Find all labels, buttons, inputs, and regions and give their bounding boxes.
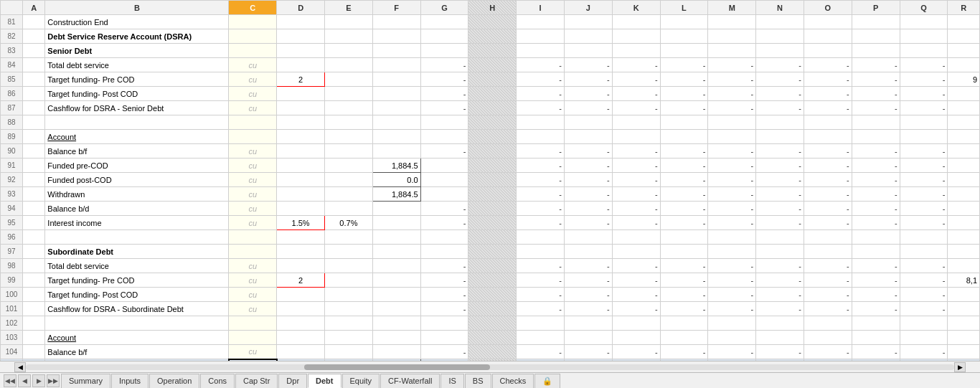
col-j-header[interactable]: J bbox=[564, 1, 612, 15]
cell-l101[interactable]: - bbox=[660, 302, 708, 316]
cell-n98[interactable]: - bbox=[756, 259, 804, 273]
cell-e87[interactable] bbox=[325, 101, 373, 115]
cell-d86[interactable] bbox=[277, 87, 325, 101]
cell-c94[interactable]: cu bbox=[229, 202, 277, 216]
cell-k101[interactable]: - bbox=[612, 302, 660, 316]
cell-m104[interactable]: - bbox=[708, 345, 756, 359]
horizontal-scrollbar[interactable]: ◀ ▶ bbox=[0, 361, 980, 372]
cell-d85[interactable]: 2 bbox=[277, 72, 325, 87]
cell-o91[interactable]: - bbox=[804, 158, 852, 173]
cell-d95[interactable]: 1.5% bbox=[277, 216, 325, 230]
cell-p103[interactable] bbox=[852, 331, 900, 345]
cell-m83[interactable] bbox=[708, 44, 756, 58]
cell-f99[interactable] bbox=[372, 273, 420, 288]
cell-g94[interactable]: - bbox=[420, 202, 468, 216]
cell-o82[interactable] bbox=[804, 29, 852, 44]
cell-g83[interactable] bbox=[420, 44, 468, 58]
cell-i97[interactable] bbox=[517, 245, 565, 259]
cell-k89[interactable] bbox=[612, 130, 660, 144]
cell-d104[interactable] bbox=[277, 345, 325, 359]
cell-g90[interactable]: - bbox=[420, 144, 468, 158]
cell-c90[interactable]: cu bbox=[229, 144, 277, 158]
cell-q94[interactable]: - bbox=[900, 202, 948, 216]
cell-k95[interactable]: - bbox=[612, 216, 660, 230]
cell-l97[interactable] bbox=[660, 245, 708, 259]
cell-b97[interactable]: Subordinate Debt bbox=[45, 245, 229, 259]
cell-g84[interactable]: - bbox=[420, 58, 468, 72]
col-e-header[interactable]: E bbox=[325, 1, 373, 15]
tab-checks[interactable]: Checks bbox=[492, 374, 534, 388]
cell-p89[interactable] bbox=[852, 130, 900, 144]
cell-l85[interactable]: - bbox=[660, 72, 708, 87]
cell-e101[interactable] bbox=[325, 302, 373, 316]
cell-f102[interactable] bbox=[372, 316, 420, 331]
cell-k91[interactable]: - bbox=[612, 158, 660, 173]
cell-l99[interactable]: - bbox=[660, 273, 708, 288]
cell-i91[interactable]: - bbox=[517, 158, 565, 173]
cell-e104[interactable] bbox=[325, 345, 373, 359]
cell-d101[interactable] bbox=[277, 302, 325, 316]
cell-i88[interactable] bbox=[517, 115, 565, 130]
cell-j81[interactable] bbox=[564, 15, 612, 29]
cell-r100[interactable] bbox=[948, 288, 980, 302]
cell-p105[interactable]: - bbox=[852, 359, 900, 361]
cell-e83[interactable] bbox=[325, 44, 373, 58]
cell-j82[interactable] bbox=[564, 29, 612, 44]
cell-b90[interactable]: Balance b/f bbox=[45, 144, 229, 158]
cell-n92[interactable]: - bbox=[756, 173, 804, 187]
cell-o81[interactable] bbox=[804, 15, 852, 29]
cell-e93[interactable] bbox=[325, 187, 373, 202]
cell-c99[interactable]: cu bbox=[229, 273, 277, 288]
cell-q95[interactable]: - bbox=[900, 216, 948, 230]
cell-e81[interactable] bbox=[325, 15, 373, 29]
cell-m100[interactable]: - bbox=[708, 288, 756, 302]
cell-e92[interactable] bbox=[325, 173, 373, 187]
cell-b87[interactable]: Cashflow for DSRA - Senior Debt bbox=[45, 101, 229, 115]
cell-f86[interactable] bbox=[372, 87, 420, 101]
cell-o101[interactable]: - bbox=[804, 302, 852, 316]
tab-cap-str[interactable]: Cap Str bbox=[235, 374, 278, 388]
cell-g105[interactable] bbox=[420, 359, 468, 361]
cell-k88[interactable] bbox=[612, 115, 660, 130]
cell-o99[interactable]: - bbox=[804, 273, 852, 288]
cell-j85[interactable]: - bbox=[564, 72, 612, 87]
cell-c97[interactable] bbox=[229, 245, 277, 259]
cell-e94[interactable] bbox=[325, 202, 373, 216]
cell-q100[interactable]: - bbox=[900, 288, 948, 302]
cell-m105[interactable]: - bbox=[708, 359, 756, 361]
cell-e82[interactable] bbox=[325, 29, 373, 44]
cell-e98[interactable] bbox=[325, 259, 373, 273]
cell-j88[interactable] bbox=[564, 115, 612, 130]
scroll-left-button[interactable]: ◀ bbox=[14, 362, 26, 372]
cell-p82[interactable] bbox=[852, 29, 900, 44]
cell-d93[interactable] bbox=[277, 187, 325, 202]
cell-p81[interactable] bbox=[852, 15, 900, 29]
cell-r85[interactable]: 9 bbox=[948, 72, 980, 87]
cell-f96[interactable] bbox=[372, 230, 420, 245]
cell-l95[interactable]: - bbox=[660, 216, 708, 230]
cell-o86[interactable]: - bbox=[804, 87, 852, 101]
cell-c96[interactable] bbox=[229, 230, 277, 245]
cell-q92[interactable]: - bbox=[900, 173, 948, 187]
tab-nav-next[interactable]: ▶ bbox=[32, 374, 45, 387]
cell-n83[interactable] bbox=[756, 44, 804, 58]
cell-p83[interactable] bbox=[852, 44, 900, 58]
cell-r95[interactable] bbox=[948, 216, 980, 230]
cell-g92[interactable] bbox=[420, 173, 468, 187]
cell-m81[interactable] bbox=[708, 15, 756, 29]
cell-o105[interactable]: - bbox=[804, 359, 852, 361]
cell-r104[interactable] bbox=[948, 345, 980, 359]
cell-m91[interactable]: - bbox=[708, 158, 756, 173]
cell-c98[interactable]: cu bbox=[229, 259, 277, 273]
cell-k93[interactable]: - bbox=[612, 187, 660, 202]
cell-m89[interactable] bbox=[708, 130, 756, 144]
cell-p100[interactable]: - bbox=[852, 288, 900, 302]
cell-d99[interactable]: 2 bbox=[277, 273, 325, 288]
cell-i89[interactable] bbox=[517, 130, 565, 144]
cell-e103[interactable] bbox=[325, 331, 373, 345]
cell-d81[interactable] bbox=[277, 15, 325, 29]
cell-p102[interactable] bbox=[852, 316, 900, 331]
cell-r83[interactable] bbox=[948, 44, 980, 58]
cell-p104[interactable]: - bbox=[852, 345, 900, 359]
cell-o95[interactable]: - bbox=[804, 216, 852, 230]
